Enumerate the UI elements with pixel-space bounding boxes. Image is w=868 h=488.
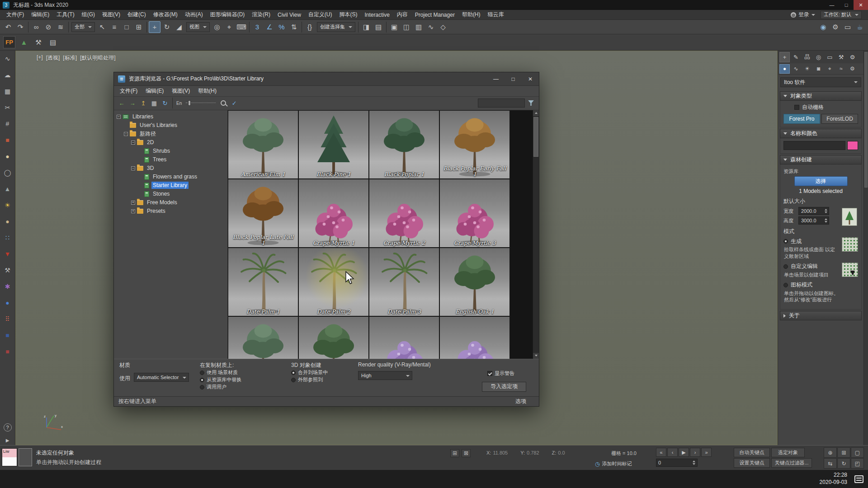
library-thumbnail[interactable]: Crape Myrtle 2 (369, 179, 439, 247)
select-and-rotate-icon[interactable]: ↻ (161, 21, 173, 33)
ribbon-toggle-icon[interactable]: ▥ (413, 21, 425, 33)
tab-display[interactable]: ▭ (825, 52, 835, 62)
mirror-icon[interactable]: ◨ (360, 21, 372, 33)
dialog-menu-item[interactable]: 编辑(E) (142, 86, 168, 96)
menu-item[interactable]: 视图(V) (99, 10, 124, 19)
tree-item[interactable]: User's Libraries (114, 121, 227, 130)
library-thumbnail[interactable]: Black Poplar Late Fall 1 (228, 179, 298, 247)
menu-item[interactable]: 工具(T) (53, 10, 78, 19)
red-box-icon[interactable]: ■ (2, 346, 14, 357)
dialog-maximize-button[interactable]: □ (505, 72, 522, 86)
edit-named-selection-sets-icon[interactable]: {} (304, 21, 316, 33)
go-to-start-button[interactable]: « (656, 448, 666, 457)
particles-icon[interactable]: ∷ (2, 232, 14, 244)
system-clock[interactable]: 22:28 2020-09-03 (820, 472, 847, 486)
sphere-primitive-icon[interactable]: ● (2, 150, 14, 162)
sign-in-button[interactable]: 登录 (791, 11, 815, 19)
render-setup-icon[interactable]: ⚙ (830, 21, 841, 33)
window-crossing-icon[interactable]: ⊞ (133, 21, 145, 33)
tree-item[interactable]: −3D (114, 164, 227, 173)
maximize-button[interactable]: □ (839, 0, 854, 10)
forward-icon[interactable]: → (127, 98, 137, 108)
tree-item[interactable]: +Free Models (114, 198, 227, 207)
multi-dots-icon[interactable]: ⠿ (2, 313, 14, 325)
dialog-minimize-button[interactable]: — (487, 72, 505, 86)
object-color-swatch[interactable] (847, 141, 858, 150)
help-icon[interactable]: ? (4, 423, 12, 432)
forest-tree-icon[interactable]: ▲ (18, 37, 30, 48)
spin-up-icon[interactable] (693, 460, 695, 462)
tools-icon[interactable]: ⚒ (2, 264, 14, 276)
about-rollout-header[interactable]: 关于 (780, 311, 862, 320)
spin-up-icon[interactable] (825, 218, 827, 220)
menu-item[interactable]: 修改器(M) (150, 10, 181, 19)
dialog-options-link[interactable]: 选项 (515, 398, 534, 405)
play-button[interactable]: ▶ (679, 448, 689, 457)
tree-expander-icon[interactable]: + (131, 201, 135, 205)
percent-snap-icon[interactable]: % (276, 21, 288, 33)
tab-utilities[interactable]: ⚒ (836, 52, 846, 62)
tree-item[interactable]: −新路径 (114, 130, 227, 138)
selected-object-dropdown[interactable]: 选定对象 (771, 448, 805, 457)
tree-item[interactable]: Stones (114, 190, 227, 198)
category-shapes-icon[interactable]: ∿ (791, 64, 801, 74)
notification-center-icon[interactable] (854, 475, 863, 483)
cut-tool-icon[interactable]: ✂ (2, 102, 14, 113)
zoom-region-icon[interactable]: ▢ (851, 447, 864, 458)
selection-filter-dropdown[interactable]: 全部 (71, 22, 95, 32)
cone-primitive-icon[interactable]: ▲ (2, 183, 14, 195)
library-thumbnail[interactable] (369, 317, 439, 359)
category-cameras-icon[interactable]: ◙ (813, 64, 824, 74)
rectangular-selection-region-icon[interactable]: □ (121, 21, 132, 33)
set-key-button[interactable]: 设置关键点 (734, 458, 770, 468)
geosphere-primitive-icon[interactable]: ◯ (2, 167, 14, 178)
select-and-scale-icon[interactable]: ◢ (173, 21, 185, 33)
zoom-extents-icon[interactable]: ⊞ (837, 447, 850, 458)
library-thumbnail[interactable] (299, 317, 368, 359)
blue-sphere-icon[interactable]: ● (2, 297, 14, 309)
redo-icon[interactable]: ↷ (14, 21, 26, 33)
mode-option[interactable]: 图标模式 (783, 281, 839, 289)
menu-item[interactable]: 图形编辑器(D) (207, 10, 249, 19)
spin-down-icon[interactable] (825, 211, 827, 213)
select-and-move-icon[interactable]: + (149, 21, 160, 33)
dialog-menu-item[interactable]: 文件(F) (116, 86, 142, 96)
auto-key-button[interactable]: 自动关键点 (734, 448, 770, 457)
tab-hierarchy[interactable]: 品 (802, 52, 812, 62)
minimize-button[interactable]: — (825, 0, 839, 10)
render-quality-dropdown[interactable]: High (358, 371, 412, 380)
tree-expander-icon[interactable]: − (117, 115, 121, 119)
tree-expander-icon[interactable]: − (131, 166, 135, 170)
refresh-icon[interactable]: ↻ (160, 98, 170, 108)
spinner-arrows[interactable] (825, 218, 827, 223)
spinner-arrows[interactable] (825, 209, 827, 213)
forest-list-icon[interactable]: ▤ (47, 37, 59, 48)
viewport-label-item[interactable]: [透视] (46, 54, 60, 62)
toggle-scene-explorer-icon[interactable]: ▣ (388, 21, 400, 33)
material-selector-dropdown[interactable]: Automatic Selector (134, 373, 189, 382)
viewport-label-item[interactable]: [标准] (63, 54, 77, 62)
object-creation-radio[interactable]: 外部参照到 (291, 376, 328, 384)
menu-item[interactable]: 猫云库 (484, 10, 508, 19)
cloud-tool-icon[interactable]: ☁ (2, 69, 14, 81)
material-duplicate-radio[interactable]: 调用用户 (200, 384, 241, 391)
select-object-icon[interactable]: ↖ (96, 21, 108, 33)
forest-lod-button[interactable]: ForestLOD (821, 114, 858, 124)
use-pivot-point-center-icon[interactable]: ◎ (211, 21, 223, 33)
keyboard-shortcut-override-icon[interactable]: ⌨ (236, 21, 247, 33)
spinner-snap-icon[interactable]: ⇅ (288, 21, 300, 33)
schematic-view-icon[interactable]: ◇ (437, 21, 449, 33)
workspace-dropdown[interactable]: 工作区: 默认 (821, 11, 862, 19)
spinner-arrows[interactable] (693, 460, 695, 465)
tree-item[interactable]: Starter Library (114, 181, 227, 190)
library-thumbnail[interactable]: American Elm 1 (228, 111, 298, 178)
library-thumbnail[interactable]: Black Pine 1 (299, 111, 368, 178)
render-production-icon[interactable]: ☕ (854, 21, 866, 33)
slider-handle[interactable] (188, 100, 191, 106)
scatter-flower-icon[interactable]: ✱ (2, 281, 14, 292)
current-frame-spinner[interactable]: 0 (656, 459, 698, 467)
category-geometry-icon[interactable]: ● (779, 64, 790, 74)
tree-item[interactable]: +Presets (114, 207, 227, 216)
name-color-rollout-header[interactable]: 名称和颜色 (780, 129, 862, 138)
panel-settings-icon[interactable]: ⚙ (847, 52, 858, 62)
